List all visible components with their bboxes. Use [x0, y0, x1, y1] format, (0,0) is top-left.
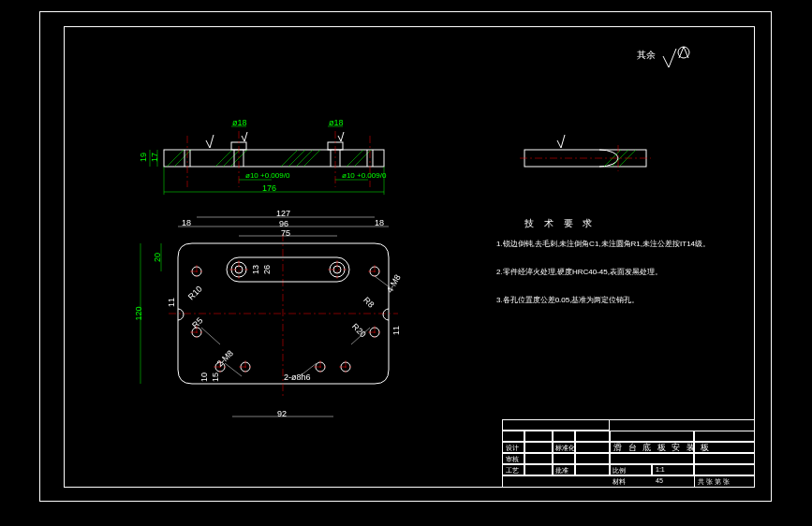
top-view: [140, 217, 398, 416]
dim-d10b: ø10 +0.009/0: [342, 171, 386, 180]
dim-d8h6: 2-ø8h6: [284, 373, 311, 382]
svg-line-7: [288, 150, 305, 167]
svg-line-11: [354, 150, 371, 167]
notes-1: 1.锐边倒钝,去毛刺,未注倒角C1,未注圆角R1,未注公差按IT14级。: [496, 238, 740, 251]
dim-h19: 19: [139, 153, 148, 162]
surface-finish-symbol: [663, 47, 689, 67]
side-view: [520, 135, 651, 171]
dim-h120: 120: [134, 306, 143, 320]
dim-d10a: ø10 +0.009/0: [245, 171, 289, 180]
dim-d18a: ø18: [232, 118, 247, 127]
dim-w127: 127: [276, 209, 290, 218]
svg-line-6: [281, 150, 298, 167]
svg-line-8: [296, 150, 313, 167]
dim-h13: 13: [251, 265, 260, 274]
tb-process: 工艺: [506, 466, 519, 475]
dim-w18a: 18: [182, 218, 191, 227]
dim-w92: 92: [277, 409, 287, 418]
notes-title: 技 术 要 求: [524, 217, 596, 230]
dim-w75: 75: [281, 228, 290, 238]
tb-check: 审核: [506, 455, 519, 464]
dim-h26: 26: [262, 265, 272, 274]
svg-line-2: [174, 150, 191, 167]
tb-design: 设计: [506, 444, 519, 453]
svg-line-4: [223, 150, 240, 167]
svg-line-10: [347, 150, 363, 167]
dim-w18b: 18: [375, 218, 384, 227]
dim-w176: 176: [262, 183, 276, 193]
dim-w96: 96: [279, 219, 288, 228]
dim-h11b: 11: [391, 326, 401, 335]
tb-scale: 比例: [613, 466, 626, 475]
dim-h15: 15: [211, 373, 220, 382]
svg-line-9: [303, 150, 320, 167]
tb-approve: 批准: [555, 466, 568, 475]
tb-scaleval: 1:1: [656, 466, 665, 473]
dim-d18b: ø18: [329, 118, 344, 127]
tb-sheet: 共 张 第 张: [698, 477, 730, 487]
svg-line-3: [215, 150, 232, 167]
svg-line-1: [167, 150, 184, 167]
dim-h17: 17: [150, 153, 159, 162]
surface-finish-label: 其余: [637, 49, 656, 62]
dim-h10: 10: [199, 373, 209, 382]
dim-h11a: 11: [167, 298, 176, 307]
svg-rect-0: [164, 150, 384, 167]
tb-material: 材料: [613, 477, 626, 487]
tb-matval: 45: [656, 477, 663, 484]
dim-h20: 20: [153, 253, 162, 262]
tb-partname: 滑 台 底 板 安 装 板: [613, 442, 711, 454]
notes-3: 3.各孔位置度公差0.05,基准为两定位销孔。: [496, 294, 740, 307]
svg-line-83: [225, 363, 242, 376]
tb-std: 标准化: [555, 444, 575, 453]
notes-2: 2.零件经淬火处理,硬度HRC40-45,表面发黑处理。: [496, 266, 740, 279]
svg-line-81: [201, 328, 220, 344]
